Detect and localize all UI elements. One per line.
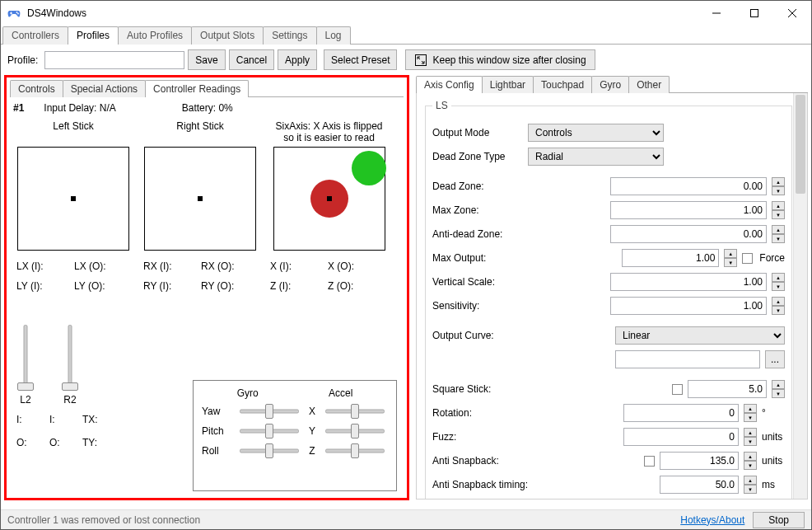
- tab-controls[interactable]: Controls: [10, 80, 63, 97]
- hotkeys-about-link[interactable]: Hotkeys/About: [680, 514, 744, 526]
- keep-window-size-button[interactable]: Keep this window size after closing: [405, 49, 595, 70]
- accel-y-label: Y: [302, 425, 322, 437]
- ls-legend: LS: [432, 100, 451, 111]
- square-stick-input[interactable]: [688, 380, 767, 398]
- anti-snapback-spinner[interactable]: ▲▼: [744, 452, 757, 470]
- rotation-input[interactable]: [623, 404, 739, 422]
- anti-snapback-checkbox[interactable]: [644, 456, 655, 467]
- left-stick-label: Left Stick: [12, 120, 135, 147]
- max-zone-spinner[interactable]: ▲▼: [772, 201, 785, 219]
- rotation-spinner[interactable]: ▲▼: [744, 404, 757, 422]
- sixaxis-green-dot: [352, 151, 386, 185]
- tab-gyro[interactable]: Gyro: [591, 76, 629, 93]
- deadzone-type-select[interactable]: Radial: [528, 148, 664, 166]
- tab-auto-profiles[interactable]: Auto Profiles: [118, 26, 192, 45]
- max-zone-input[interactable]: [610, 201, 767, 219]
- tab-controller-readings[interactable]: Controller Readings: [145, 80, 249, 97]
- gyro-roll-slider[interactable]: [240, 445, 299, 457]
- sixaxis-label: SixAxis: X Axis is flipped so it is easi…: [265, 120, 393, 147]
- anti-dead-spinner[interactable]: ▲▼: [772, 225, 785, 243]
- max-output-spinner[interactable]: ▲▼: [724, 249, 737, 267]
- main-tabstrip: Controllers Profiles Auto Profiles Outpu…: [1, 26, 811, 45]
- fuzz-input[interactable]: [623, 428, 739, 446]
- curve-editor-button[interactable]: ...: [765, 350, 785, 368]
- close-button[interactable]: [773, 1, 811, 26]
- anti-snapback-timing-spinner[interactable]: ▲▼: [744, 476, 757, 494]
- force-checkbox[interactable]: [742, 253, 753, 264]
- lx-i: LX (I):: [16, 260, 74, 272]
- l2-slider[interactable]: [16, 325, 35, 391]
- square-stick-checkbox[interactable]: [672, 384, 683, 395]
- dead-zone-spinner[interactable]: ▲▼: [772, 177, 785, 195]
- status-bar: Controller 1 was removed or lost connect…: [1, 509, 811, 529]
- sixaxis-center-dot: [327, 196, 332, 201]
- sixaxis-view: [273, 147, 385, 251]
- ry-o: RY (O):: [201, 280, 267, 292]
- vertical-scale-label: Vertical Scale:: [432, 276, 521, 288]
- tab-touchpad[interactable]: Touchpad: [533, 76, 592, 93]
- o-label-2: O:: [49, 437, 82, 448]
- tab-controllers[interactable]: Controllers: [2, 26, 68, 45]
- x-o: X (O):: [328, 260, 394, 272]
- dead-zone-label: Dead Zone:: [432, 181, 521, 192]
- r2-label: R2: [63, 394, 76, 406]
- select-preset-button[interactable]: Select Preset: [324, 49, 397, 70]
- force-label: Force: [759, 252, 785, 264]
- stop-button[interactable]: Stop: [753, 512, 805, 528]
- gyro-pitch-slider[interactable]: [240, 425, 299, 437]
- vertical-scale-input[interactable]: [610, 273, 767, 291]
- max-zone-label: Max Zone:: [432, 204, 521, 216]
- z-i: Z (I):: [270, 280, 328, 292]
- dead-zone-input[interactable]: [610, 177, 767, 195]
- svg-point-0: [16, 12, 18, 13]
- profile-label: Profile:: [7, 54, 38, 66]
- tab-profiles[interactable]: Profiles: [68, 26, 119, 45]
- r2-slider[interactable]: [61, 325, 79, 391]
- deadzone-type-label: Dead Zone Type: [432, 151, 521, 162]
- o-label: O:: [16, 437, 49, 448]
- titlebar: DS4Windows: [1, 1, 811, 26]
- keep-size-label: Keep this window size after closing: [432, 54, 586, 66]
- tab-other[interactable]: Other: [628, 76, 670, 93]
- tab-axis-config[interactable]: Axis Config: [416, 76, 483, 93]
- sensitivity-input[interactable]: [610, 297, 767, 315]
- tab-log[interactable]: Log: [316, 26, 351, 45]
- vertical-scale-spinner[interactable]: ▲▼: [772, 273, 785, 291]
- left-stick-view: [17, 147, 129, 251]
- tx-label: TX:: [82, 414, 124, 425]
- l2-label: L2: [20, 394, 30, 406]
- tab-settings[interactable]: Settings: [263, 26, 316, 45]
- anti-dead-input[interactable]: [610, 225, 767, 243]
- gyro-header: Gyro: [237, 387, 259, 399]
- gyro-yaw-slider[interactable]: [240, 406, 299, 417]
- tab-output-slots[interactable]: Output Slots: [191, 26, 264, 45]
- z-o: Z (O):: [328, 280, 394, 292]
- rotation-label: Rotation:: [432, 407, 521, 419]
- anti-snapback-timing-input[interactable]: [660, 476, 739, 494]
- axis-config-panel: Axis Config Lightbar Touchpad Gyro Other…: [416, 75, 808, 500]
- tab-special-actions[interactable]: Special Actions: [63, 80, 146, 97]
- tab-lightbar[interactable]: Lightbar: [482, 76, 534, 93]
- status-message: Controller 1 was removed or lost connect…: [7, 514, 200, 526]
- save-button[interactable]: Save: [188, 49, 225, 70]
- sensitivity-label: Sensitivity:: [432, 300, 521, 312]
- curve-value-input[interactable]: [615, 350, 760, 368]
- fuzz-label: Fuzz:: [432, 431, 521, 443]
- accel-y-slider[interactable]: [325, 425, 385, 437]
- profile-name-input[interactable]: [44, 51, 184, 69]
- anti-snapback-input[interactable]: [660, 452, 739, 470]
- minimize-button[interactable]: [698, 1, 735, 26]
- maximize-button[interactable]: [735, 1, 773, 26]
- anti-snapback-unit: units: [762, 455, 785, 467]
- svg-rect-5: [751, 10, 758, 17]
- fuzz-spinner[interactable]: ▲▼: [744, 428, 757, 446]
- output-curve-select[interactable]: Linear: [615, 326, 785, 345]
- accel-z-slider[interactable]: [325, 445, 385, 457]
- output-mode-select[interactable]: Controls: [528, 124, 664, 142]
- cancel-button[interactable]: Cancel: [229, 49, 274, 70]
- apply-button[interactable]: Apply: [278, 49, 317, 70]
- square-stick-spinner[interactable]: ▲▼: [772, 380, 785, 398]
- accel-x-slider[interactable]: [325, 406, 385, 417]
- max-output-input[interactable]: [622, 249, 719, 267]
- sensitivity-spinner[interactable]: ▲▼: [772, 297, 785, 315]
